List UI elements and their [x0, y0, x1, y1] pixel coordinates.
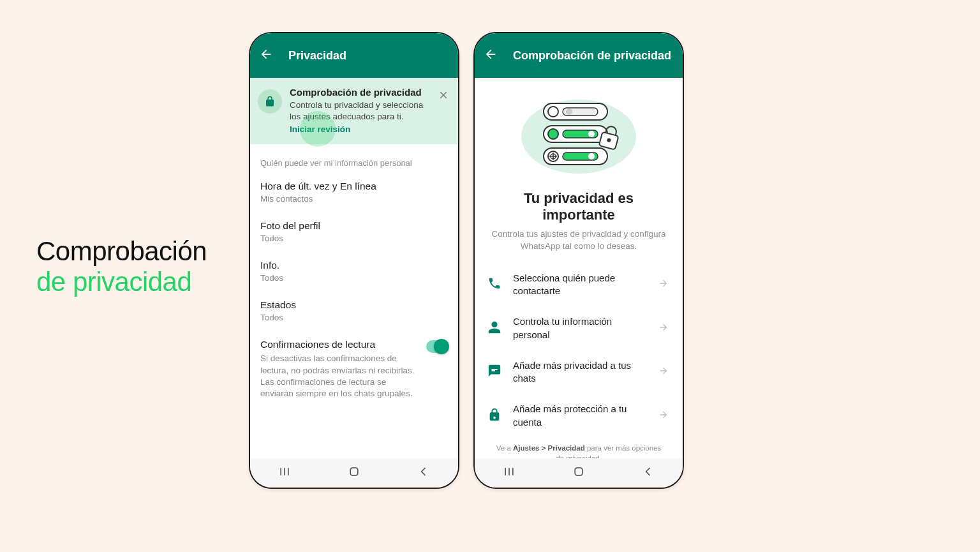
- row-sub: Todos: [260, 234, 448, 243]
- toggle-knob: [434, 339, 449, 354]
- promo-line-1: Comprobación: [36, 236, 207, 267]
- row-title: Estados: [260, 299, 448, 311]
- arrow-right-icon: [658, 278, 669, 291]
- phone-shield-icon: [487, 276, 501, 293]
- svg-point-10: [548, 129, 558, 139]
- footnote-pre: Ve a: [496, 444, 513, 452]
- action-account-protection[interactable]: Añade más protección a tu cuenta: [475, 394, 683, 438]
- phone-right: Comprobación de privacidad: [473, 32, 684, 489]
- row-read-receipts[interactable]: Confirmaciones de lectura Si desactivas …: [250, 331, 458, 408]
- recents-icon[interactable]: [503, 465, 516, 481]
- svg-point-16: [588, 153, 595, 160]
- row-desc: Si desactivas las confirmaciones de lect…: [260, 353, 420, 399]
- android-navbar: [475, 458, 683, 488]
- row-title: Hora de últ. vez y En línea: [260, 181, 448, 192]
- row-sub: Mis contactos: [260, 194, 448, 204]
- arrow-right-icon: [658, 410, 669, 422]
- hero-subtitle: Controla tus ajustes de privacidad y con…: [475, 228, 683, 263]
- privacy-check-content: Tu privacidad es importante Controla tus…: [475, 78, 683, 458]
- android-navbar: [250, 458, 458, 488]
- action-label: Añade más protección a tu cuenta: [513, 403, 647, 429]
- appbar-title: Comprobación de privacidad: [513, 49, 671, 63]
- lock-check-icon: [258, 89, 282, 114]
- promo-title: Comprobación de privacidad: [36, 236, 207, 298]
- back-icon[interactable]: [484, 47, 499, 64]
- back-nav-icon[interactable]: [642, 465, 655, 481]
- hero-headline: Tu privacidad es importante: [475, 186, 683, 228]
- recents-icon[interactable]: [278, 465, 291, 481]
- appbar-title: Privacidad: [288, 49, 346, 63]
- svg-rect-3: [350, 468, 358, 475]
- footnote-bold: Ajustes > Privacidad: [513, 444, 585, 452]
- banner-text: Comprobación de privacidad Controla tu p…: [290, 87, 430, 134]
- action-personal-info[interactable]: Controla tu información personal: [475, 306, 683, 350]
- svg-point-12: [588, 131, 595, 137]
- home-icon[interactable]: [572, 465, 585, 481]
- banner-title: Comprobación de privacidad: [290, 87, 430, 98]
- chat-icon: [487, 364, 501, 380]
- action-label: Añade más privacidad a tus chats: [513, 359, 647, 385]
- promo-line-2: de privacidad: [36, 267, 207, 297]
- read-receipts-toggle[interactable]: [426, 340, 448, 353]
- row-title: Info.: [260, 260, 448, 271]
- row-status[interactable]: Estados Todos: [250, 292, 458, 331]
- banner-start-link[interactable]: Iniciar revisión: [290, 124, 430, 134]
- row-profile-photo[interactable]: Foto del perfil Todos: [250, 213, 458, 252]
- row-title: Confirmaciones de lectura: [260, 339, 420, 350]
- home-icon[interactable]: [348, 465, 360, 481]
- person-icon: [487, 320, 501, 337]
- privacy-scroll-area: Comprobación de privacidad Controla tu p…: [250, 78, 458, 458]
- arrow-right-icon: [658, 322, 669, 335]
- row-info[interactable]: Info. Todos: [250, 252, 458, 292]
- action-chat-privacy[interactable]: Añade más privacidad a tus chats: [475, 350, 683, 394]
- arrow-right-icon: [658, 366, 669, 378]
- banner-desc: Controla tu privacidad y selecciona los …: [290, 100, 430, 123]
- back-nav-icon[interactable]: [417, 465, 430, 481]
- action-label: Controla tu información personal: [513, 315, 647, 341]
- svg-point-8: [566, 108, 572, 115]
- privacy-check-banner[interactable]: Comprobación de privacidad Controla tu p…: [250, 78, 458, 144]
- lock-plus-icon: [487, 408, 501, 424]
- action-label: Selecciona quién puede contactarte: [513, 272, 647, 298]
- row-title: Foto del perfil: [260, 220, 448, 232]
- row-sub: Todos: [260, 273, 448, 283]
- footnote: Ve a Ajustes > Privacidad para ver más o…: [475, 438, 683, 458]
- close-icon[interactable]: [438, 89, 450, 102]
- appbar-privacy-check: Comprobación de privacidad: [475, 33, 683, 78]
- phone-left: Privacidad Comprobación de privacidad Co…: [249, 32, 459, 489]
- svg-rect-22: [575, 468, 583, 475]
- row-sub: Todos: [260, 313, 448, 322]
- hero-illustration: [475, 78, 683, 186]
- appbar-privacy: Privacidad: [250, 33, 458, 78]
- row-last-seen[interactable]: Hora de últ. vez y En línea Mis contacto…: [250, 173, 458, 213]
- section-who-can-see: Quién puede ver mi información personal: [250, 144, 458, 173]
- svg-point-6: [548, 107, 558, 117]
- back-icon[interactable]: [259, 47, 274, 64]
- action-select-contact[interactable]: Selecciona quién puede contactarte: [475, 263, 683, 307]
